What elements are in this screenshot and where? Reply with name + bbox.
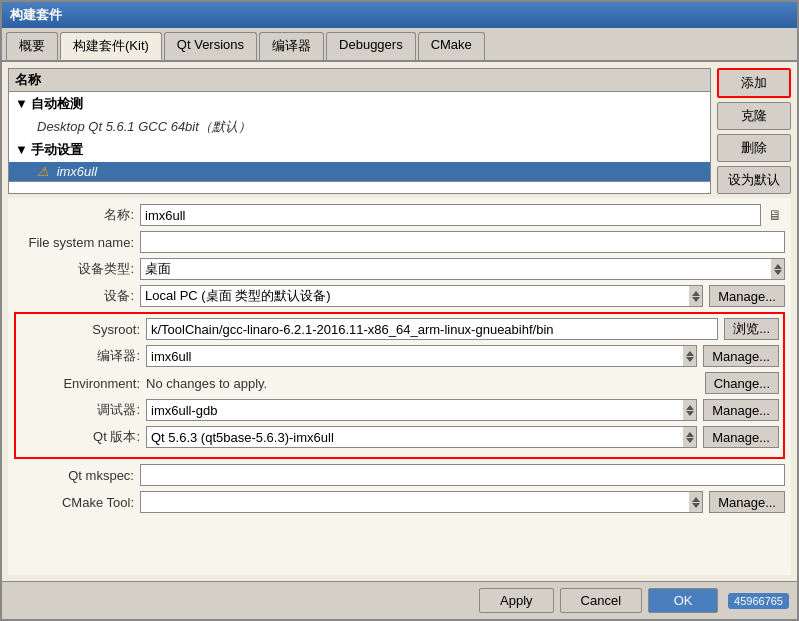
kit-desktop[interactable]: Desktop Qt 5.6.1 GCC 64bit（默认） <box>9 116 710 138</box>
set-default-button[interactable]: 设为默认 <box>717 166 791 194</box>
qt-mkspec-input[interactable] <box>140 464 785 486</box>
device-type-arrows[interactable] <box>771 258 785 280</box>
cmake-select-container <box>140 491 703 513</box>
debugger-select-container <box>146 399 697 421</box>
environment-change-button[interactable]: Change... <box>705 372 779 394</box>
main-content: 名称 ▼ 自动检测 Desktop Qt 5.6.1 GCC 64bit（默认）… <box>2 62 797 581</box>
manual-label: ▼ 手动设置 <box>15 141 83 159</box>
environment-value: No changes to apply. <box>146 376 699 391</box>
kit-list-container: 名称 ▼ 自动检测 Desktop Qt 5.6.1 GCC 64bit（默认）… <box>8 68 711 194</box>
kit-list-header-label: 名称 <box>15 71 41 89</box>
cmake-input[interactable] <box>140 491 689 513</box>
monitor-icon: 🖥 <box>765 205 785 225</box>
up-arrow4 <box>686 405 694 410</box>
kit-list-header: 名称 <box>9 69 710 92</box>
clone-button[interactable]: 克隆 <box>717 102 791 130</box>
sysroot-input[interactable] <box>146 318 718 340</box>
down-arrow4 <box>686 411 694 416</box>
up-arrow6 <box>692 497 700 502</box>
debugger-manage-button[interactable]: Manage... <box>703 399 779 421</box>
device-input[interactable] <box>140 285 689 307</box>
device-arrows[interactable] <box>689 285 703 307</box>
device-manage-button[interactable]: Manage... <box>709 285 785 307</box>
action-buttons: 添加 克隆 删除 设为默认 <box>717 68 791 194</box>
manual-group[interactable]: ▼ 手动设置 <box>9 138 710 162</box>
auto-detect-label: ▼ 自动检测 <box>15 95 83 113</box>
device-row: 设备: Manage... <box>14 285 785 307</box>
debugger-arrows[interactable] <box>683 399 697 421</box>
warning-icon: ⚠ <box>37 164 49 179</box>
device-type-input[interactable] <box>140 258 771 280</box>
cmake-tool-label: CMake Tool: <box>14 495 134 510</box>
up-arrow3 <box>686 351 694 356</box>
kit-imx6ull[interactable]: ⚠ imx6ull <box>9 162 710 181</box>
cmake-tool-row: CMake Tool: Manage... <box>14 491 785 513</box>
device-type-row: 设备类型: <box>14 258 785 280</box>
device-type-select-container <box>140 258 785 280</box>
compiler-label: 编译器: <box>20 347 140 365</box>
down-arrow3 <box>686 357 694 362</box>
kit-desktop-label: Desktop Qt 5.6.1 GCC 64bit（默认） <box>37 119 251 134</box>
highlighted-section: Sysroot: 浏览... 编译器: <box>14 312 785 459</box>
device-select-container <box>140 285 703 307</box>
add-button[interactable]: 添加 <box>717 68 791 98</box>
qt-version-manage-button[interactable]: Manage... <box>703 426 779 448</box>
tab-kits[interactable]: 构建套件(Kit) <box>60 32 162 60</box>
qt-version-arrows[interactable] <box>683 426 697 448</box>
dialog: 构建套件 概要 构建套件(Kit) Qt Versions 编译器 Debugg… <box>0 0 799 621</box>
qt-version-row: Qt 版本: Manage... <box>20 426 779 448</box>
tab-overview[interactable]: 概要 <box>6 32 58 60</box>
qt-version-input[interactable] <box>146 426 683 448</box>
qt-mkspec-row: Qt mkspec: <box>14 464 785 486</box>
filesystem-input[interactable] <box>140 231 785 253</box>
tab-cmake[interactable]: CMake <box>418 32 485 60</box>
up-arrow <box>774 264 782 269</box>
filesystem-row: File system name: <box>14 231 785 253</box>
filesystem-label: File system name: <box>14 235 134 250</box>
delete-button[interactable]: 删除 <box>717 134 791 162</box>
name-input-container: 🖥 <box>140 204 785 226</box>
auto-detect-group[interactable]: ▼ 自动检测 <box>9 92 710 116</box>
device-type-label: 设备类型: <box>14 260 134 278</box>
bottom-bar: Apply Cancel OK 45966765 <box>2 581 797 619</box>
apply-button[interactable]: Apply <box>479 588 554 613</box>
tab-compilers[interactable]: 编译器 <box>259 32 324 60</box>
dialog-title: 构建套件 <box>10 6 62 24</box>
kit-imx6ull-label: imx6ull <box>57 164 97 179</box>
environment-row: Environment: No changes to apply. Change… <box>20 372 779 394</box>
environment-label: Environment: <box>20 376 140 391</box>
tab-qt-versions[interactable]: Qt Versions <box>164 32 257 60</box>
up-arrow2 <box>692 291 700 296</box>
debugger-input[interactable] <box>146 399 683 421</box>
qt-mkspec-label: Qt mkspec: <box>14 468 134 483</box>
down-arrow2 <box>692 297 700 302</box>
name-row: 名称: 🖥 <box>14 204 785 226</box>
qt-version-label: Qt 版本: <box>20 428 140 446</box>
sysroot-row: Sysroot: 浏览... <box>20 318 779 340</box>
debugger-row: 调试器: Manage... <box>20 399 779 421</box>
ok-button[interactable]: OK <box>648 588 718 613</box>
title-bar: 构建套件 <box>2 2 797 28</box>
down-arrow <box>774 270 782 275</box>
badge: 45966765 <box>728 593 789 609</box>
sysroot-label: Sysroot: <box>20 322 140 337</box>
cancel-button[interactable]: Cancel <box>560 588 642 613</box>
cmake-arrows[interactable] <box>689 491 703 513</box>
compiler-input[interactable] <box>146 345 683 367</box>
name-input[interactable] <box>140 204 761 226</box>
up-arrow5 <box>686 432 694 437</box>
debugger-label: 调试器: <box>20 401 140 419</box>
compiler-select-container <box>146 345 697 367</box>
tab-debuggers[interactable]: Debuggers <box>326 32 416 60</box>
tab-bar: 概要 构建套件(Kit) Qt Versions 编译器 Debuggers C… <box>2 28 797 62</box>
down-arrow5 <box>686 438 694 443</box>
down-arrow6 <box>692 503 700 508</box>
kit-list: ▼ 自动检测 Desktop Qt 5.6.1 GCC 64bit（默认） ▼ … <box>9 92 710 182</box>
details-panel: 名称: 🖥 File system name: 设备类型: <box>8 198 791 575</box>
sysroot-browse-button[interactable]: 浏览... <box>724 318 779 340</box>
compiler-manage-button[interactable]: Manage... <box>703 345 779 367</box>
compiler-arrows[interactable] <box>683 345 697 367</box>
device-label: 设备: <box>14 287 134 305</box>
cmake-manage-button[interactable]: Manage... <box>709 491 785 513</box>
compiler-row: 编译器: Manage... <box>20 345 779 367</box>
